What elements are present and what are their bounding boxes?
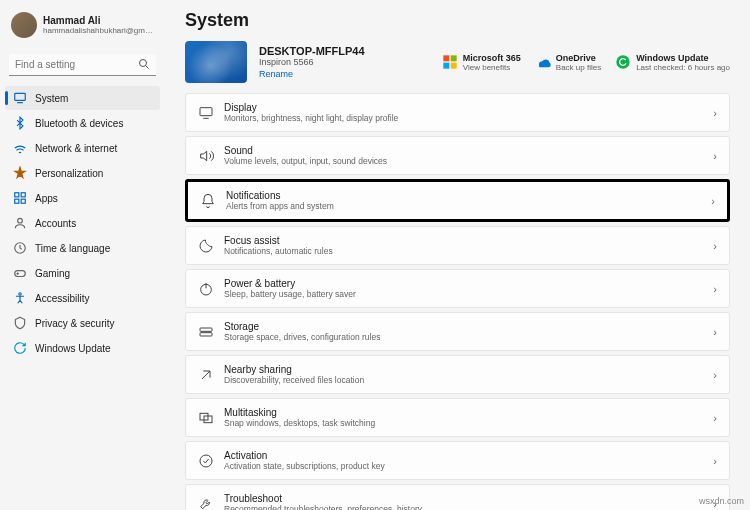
setting-sub: Alerts from apps and system (226, 201, 701, 211)
setting-display[interactable]: DisplayMonitors, brightness, night light… (185, 93, 730, 132)
accessibility-icon (13, 291, 27, 305)
cloud-title: Microsoft 365 (463, 53, 521, 63)
chevron-right-icon: › (713, 412, 717, 424)
nav-time[interactable]: Time & language (5, 236, 160, 260)
windows-update-tile[interactable]: Windows Update Last checked: 6 hours ago (615, 53, 730, 72)
chevron-right-icon: › (713, 369, 717, 381)
setting-title: Sound (224, 145, 703, 156)
setting-focus-assist[interactable]: Focus assistNotifications, automatic rul… (185, 226, 730, 265)
svg-rect-2 (15, 93, 26, 100)
onedrive-tile[interactable]: OneDrive Back up files (535, 53, 601, 72)
troubleshoot-icon (198, 496, 214, 511)
avatar (11, 12, 37, 38)
svg-rect-17 (450, 63, 456, 69)
setting-sound[interactable]: SoundVolume levels, output, input, sound… (185, 136, 730, 175)
nav-network[interactable]: Network & internet (5, 136, 160, 160)
svg-rect-15 (450, 55, 456, 61)
setting-notifications[interactable]: NotificationsAlerts from apps and system… (185, 179, 730, 222)
device-model: Inspiron 5566 (259, 57, 430, 67)
cloud-sub: Back up files (556, 63, 601, 72)
nav-label: Accessibility (35, 293, 89, 304)
display-icon (198, 105, 214, 121)
setting-title: Notifications (226, 190, 701, 201)
setting-title: Storage (224, 321, 703, 332)
activation-icon (198, 453, 214, 469)
bluetooth-icon (13, 116, 27, 130)
nav-label: System (35, 93, 68, 104)
nav-update[interactable]: Windows Update (5, 336, 160, 360)
nav-label: Personalization (35, 168, 103, 179)
device-name: DESKTOP-MFFLP44 (259, 45, 430, 57)
sidebar: Hammad Ali hammadalishahbukhari@gmail.co… (0, 0, 165, 510)
personalization-icon (13, 166, 27, 180)
nav-label: Privacy & security (35, 318, 114, 329)
setting-nearby-sharing[interactable]: Nearby sharingDiscoverability, received … (185, 355, 730, 394)
nav-gaming[interactable]: Gaming (5, 261, 160, 285)
setting-sub: Discoverability, received files location (224, 375, 703, 385)
profile-name: Hammad Ali (43, 15, 154, 26)
rename-link[interactable]: Rename (259, 69, 293, 79)
setting-sub: Monitors, brightness, night light, displ… (224, 113, 703, 123)
time-icon (13, 241, 27, 255)
system-icon (13, 91, 27, 105)
nav-system[interactable]: System (5, 86, 160, 110)
setting-title: Focus assist (224, 235, 703, 246)
setting-activation[interactable]: ActivationActivation state, subscription… (185, 441, 730, 480)
cloud-title: OneDrive (556, 53, 601, 63)
setting-multitasking[interactable]: MultitaskingSnap windows, desktops, task… (185, 398, 730, 437)
network-icon (13, 141, 27, 155)
svg-rect-16 (443, 63, 449, 69)
chevron-right-icon: › (713, 455, 717, 467)
nav-accounts[interactable]: Accounts (5, 211, 160, 235)
accounts-icon (13, 216, 27, 230)
svg-rect-23 (200, 328, 212, 331)
setting-power[interactable]: Power & batterySleep, battery usage, bat… (185, 269, 730, 308)
device-header: DESKTOP-MFFLP44 Inspiron 5566 Rename Mic… (185, 41, 730, 83)
svg-rect-10 (15, 271, 26, 277)
nav-personalization[interactable]: Personalization (5, 161, 160, 185)
profile-card[interactable]: Hammad Ali hammadalishahbukhari@gmail.co… (5, 8, 160, 42)
watermark: wsxdn.com (699, 496, 744, 506)
svg-point-27 (200, 455, 212, 467)
svg-rect-24 (200, 332, 212, 335)
nearby-icon (198, 367, 214, 383)
nav-label: Windows Update (35, 343, 111, 354)
page-title: System (185, 10, 730, 31)
setting-sub: Sleep, battery usage, battery saver (224, 289, 703, 299)
setting-title: Nearby sharing (224, 364, 703, 375)
notifications-icon (200, 193, 216, 209)
svg-rect-14 (443, 55, 449, 61)
update-icon (13, 341, 27, 355)
onedrive-icon (535, 54, 551, 70)
setting-storage[interactable]: StorageStorage space, drives, configurat… (185, 312, 730, 351)
nav-label: Network & internet (35, 143, 117, 154)
nav-label: Bluetooth & devices (35, 118, 123, 129)
chevron-right-icon: › (713, 240, 717, 252)
chevron-right-icon: › (713, 326, 717, 338)
chevron-right-icon: › (711, 195, 715, 207)
setting-sub: Activation state, subscriptions, product… (224, 461, 703, 471)
setting-troubleshoot[interactable]: TroubleshootRecommended troubleshooters,… (185, 484, 730, 510)
svg-rect-5 (21, 193, 25, 197)
microsoft-365-tile[interactable]: Microsoft 365 View benefits (442, 53, 521, 72)
setting-title: Multitasking (224, 407, 703, 418)
setting-title: Activation (224, 450, 703, 461)
setting-sub: Recommended troubleshooters, preferences… (224, 504, 703, 510)
svg-point-13 (19, 293, 21, 295)
nav-bluetooth[interactable]: Bluetooth & devices (5, 111, 160, 135)
nav-apps[interactable]: Apps (5, 186, 160, 210)
nav-accessibility[interactable]: Accessibility (5, 286, 160, 310)
focus-icon (198, 238, 214, 254)
setting-sub: Storage space, drives, configuration rul… (224, 332, 703, 342)
profile-email: hammadalishahbukhari@gmail.com (43, 26, 154, 35)
search-box[interactable] (9, 54, 156, 76)
svg-point-0 (140, 60, 147, 67)
search-input[interactable] (9, 54, 156, 76)
nav: System Bluetooth & devices Network & int… (5, 86, 160, 360)
search-icon (138, 58, 150, 70)
main-panel: System DESKTOP-MFFLP44 Inspiron 5566 Ren… (165, 0, 750, 510)
nav-label: Accounts (35, 218, 76, 229)
svg-rect-4 (15, 193, 19, 197)
nav-privacy[interactable]: Privacy & security (5, 311, 160, 335)
privacy-icon (13, 316, 27, 330)
